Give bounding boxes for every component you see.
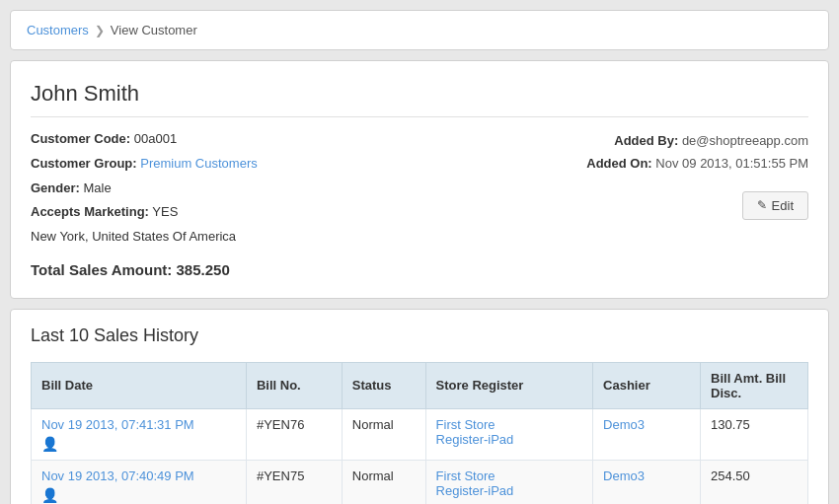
cell-cashier-1: Demo3	[593, 460, 701, 504]
customer-marketing-label: Accepts Marketing:	[31, 204, 149, 219]
store-link-0[interactable]: First Store	[436, 417, 583, 432]
cashier-link-1[interactable]: Demo3	[603, 468, 690, 483]
customer-location: New York, United States Of America	[31, 227, 532, 248]
customer-details: Customer Code: 00a001 Customer Group: Pr…	[31, 129, 808, 278]
sales-table: Bill Date Bill No. Status Store Register…	[31, 362, 808, 504]
cell-bill-date-1: Nov 19 2013, 07:40:49 PM 👤	[32, 460, 247, 504]
customer-info-panel: John Smith Customer Code: 00a001 Custome…	[10, 60, 829, 299]
bill-date-link-0[interactable]: Nov 19 2013, 07:41:31 PM	[41, 417, 236, 432]
customer-code-label: Customer Code:	[31, 131, 130, 146]
customer-gender-label: Gender:	[31, 180, 80, 195]
customer-group-label: Customer Group:	[31, 156, 137, 171]
col-header-cashier: Cashier	[593, 362, 701, 408]
cell-bill-amt-1: 254.50	[701, 460, 808, 504]
col-header-bill-date: Bill Date	[32, 362, 247, 408]
added-by-label: Added By:	[614, 133, 678, 148]
cell-store-0: First Store Register-iPad	[425, 408, 593, 460]
bill-date-link-1[interactable]: Nov 19 2013, 07:40:49 PM	[41, 468, 236, 483]
cell-bill-no-0: #YEN76	[246, 408, 342, 460]
cashier-link-0[interactable]: Demo3	[603, 417, 690, 432]
customer-right-details: Added By: de@shoptreeapp.com Added On: N…	[532, 129, 808, 278]
table-row: Nov 19 2013, 07:41:31 PM 👤 #YEN76 Normal…	[32, 408, 808, 460]
col-header-bill-amt: Bill Amt. Bill Disc.	[701, 362, 808, 408]
customer-marketing-row: Accepts Marketing: YES	[31, 202, 532, 223]
total-sales: Total Sales Amount: 385.250	[31, 261, 532, 278]
added-on-label: Added On:	[586, 156, 651, 171]
total-sales-value: 385.250	[177, 261, 230, 278]
table-header-row: Bill Date Bill No. Status Store Register…	[32, 362, 808, 408]
cell-bill-no-1: #YEN75	[246, 460, 342, 504]
cell-bill-amt-0: 130.75	[701, 408, 808, 460]
edit-button[interactable]: ✎ Edit	[742, 191, 808, 220]
customer-gender-row: Gender: Male	[31, 179, 532, 199]
register-link-1[interactable]: Register-iPad	[436, 483, 583, 498]
col-header-status: Status	[342, 362, 425, 408]
customer-left-details: Customer Code: 00a001 Customer Group: Pr…	[31, 129, 532, 278]
breadcrumb-customers-link[interactable]: Customers	[27, 23, 89, 37]
store-link-1[interactable]: First Store	[436, 468, 583, 483]
cell-status-0: Normal	[342, 408, 425, 460]
customer-code-value: 00a001	[134, 131, 177, 146]
breadcrumb: Customers ❯ View Customer	[10, 10, 829, 50]
added-by-row: Added By: de@shoptreeapp.com	[532, 129, 808, 152]
edit-button-label: Edit	[772, 198, 794, 213]
breadcrumb-separator: ❯	[95, 24, 105, 37]
col-header-store-register: Store Register	[425, 362, 593, 408]
customer-group-row: Customer Group: Premium Customers	[31, 154, 532, 175]
customer-code-row: Customer Code: 00a001	[31, 129, 532, 150]
breadcrumb-current: View Customer	[111, 23, 197, 37]
added-on-row: Added On: Nov 09 2013, 01:51:55 PM	[532, 152, 808, 175]
col-header-bill-no: Bill No.	[246, 362, 342, 408]
cell-bill-date-0: Nov 19 2013, 07:41:31 PM 👤	[32, 408, 247, 460]
total-sales-label: Total Sales Amount:	[31, 261, 172, 278]
customer-name: John Smith	[31, 81, 808, 117]
pencil-icon: ✎	[757, 198, 767, 212]
cell-store-1: First Store Register-iPad	[425, 460, 593, 504]
added-on-value: Nov 09 2013, 01:51:55 PM	[655, 156, 808, 171]
user-icon-0: 👤	[41, 436, 55, 450]
customer-marketing-value: YES	[152, 204, 178, 219]
customer-group-link[interactable]: Premium Customers	[140, 156, 257, 171]
customer-gender-value: Male	[83, 180, 111, 195]
cell-cashier-0: Demo3	[593, 408, 701, 460]
sales-history-panel: Last 10 Sales History Bill Date Bill No.…	[10, 309, 829, 504]
sales-history-title: Last 10 Sales History	[31, 325, 808, 346]
cell-status-1: Normal	[342, 460, 425, 504]
register-link-0[interactable]: Register-iPad	[436, 432, 583, 447]
added-by-value: de@shoptreeapp.com	[682, 133, 808, 148]
user-icon-1: 👤	[41, 487, 55, 501]
table-row: Nov 19 2013, 07:40:49 PM 👤 #YEN75 Normal…	[32, 460, 808, 504]
